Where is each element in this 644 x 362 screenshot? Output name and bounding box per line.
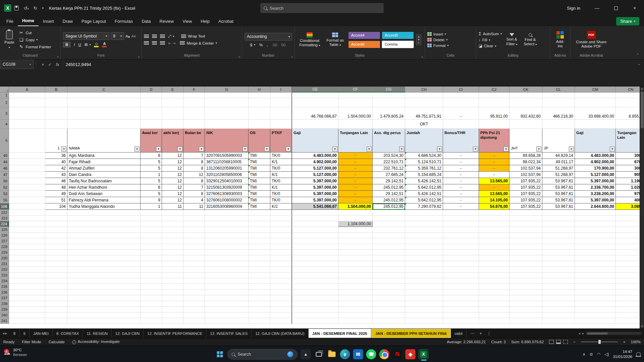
cell-C[interactable] (67, 227, 141, 233)
cell-CI52[interactable]: - (443, 184, 479, 191)
cell-I[interactable] (270, 301, 292, 307)
cell-B[interactable] (45, 255, 67, 261)
cell-CK[interactable] (509, 295, 542, 301)
cell-CI3[interactable]: - (443, 107, 479, 120)
cell-H44[interactable]: TMI (249, 159, 270, 165)
comma-style-icon[interactable]: , (267, 43, 268, 47)
italic-button[interactable]: I (74, 43, 75, 47)
cell-G[interactable] (205, 261, 249, 267)
filter-button-CE[interactable]: ▾ (332, 146, 337, 152)
menu-tab-file[interactable]: File (2, 17, 18, 26)
column-header-B[interactable]: B (45, 86, 67, 93)
cell-CE[interactable] (292, 290, 338, 295)
filter-button-CG[interactable]: ▾ (399, 146, 404, 152)
cell-CG40[interactable]: 203.524,30 (373, 153, 405, 159)
align-bottom-icon[interactable] (160, 35, 165, 38)
cell-CM[interactable] (575, 307, 616, 312)
cell-G[interactable] (205, 255, 249, 261)
cell-CJ[interactable] (479, 301, 509, 307)
cell-H[interactable] (249, 244, 270, 250)
cell-CE[interactable] (292, 284, 338, 290)
cell-CJ46[interactable]: - (479, 165, 509, 172)
cell-H[interactable] (249, 120, 270, 129)
align-top-icon[interactable] (144, 35, 149, 38)
format-as-table-button[interactable]: Format asTable ▾ (324, 32, 346, 48)
cell-B[interactable] (45, 238, 67, 244)
cell-A[interactable] (9, 261, 45, 267)
zoom-out-icon[interactable]: − (573, 340, 576, 344)
cell-CH46[interactable]: 5.359.761,12 (405, 165, 443, 172)
cell-C[interactable] (67, 261, 141, 267)
cell-CM[interactable] (575, 120, 616, 129)
cell-CJ[interactable] (479, 250, 509, 255)
cell-CG[interactable] (373, 98, 405, 107)
cell-CE108[interactable]: 5.541.066,67 (292, 203, 338, 210)
conditional-formatting-button[interactable]: ConditionalFormatting ▾ (297, 32, 322, 48)
wifi-icon[interactable]: ◠ (597, 352, 600, 357)
cell-CI[interactable] (443, 261, 479, 267)
cell-D[interactable] (141, 238, 162, 244)
cell-CK[interactable] (509, 244, 542, 250)
column-header-D[interactable]: D (141, 86, 162, 93)
font-name-select[interactable]: Segoe UI Symbol▾ (63, 32, 109, 40)
cell-CH40[interactable]: 4.686.524,30 (405, 153, 443, 159)
vertical-scrollbar[interactable]: ▲ ▼ (640, 86, 644, 328)
filter-button-CM[interactable]: ▾ (610, 146, 615, 152)
cell-CJ[interactable] (479, 227, 509, 233)
cell-G47[interactable]: 3201102805850006 (205, 172, 249, 178)
cell-A[interactable] (9, 98, 45, 107)
cell-I[interactable] (270, 295, 292, 301)
cell-CM[interactable] (575, 98, 616, 107)
cell-C[interactable] (67, 250, 141, 255)
cell-I[interactable] (270, 221, 292, 227)
cell-B[interactable] (45, 290, 67, 295)
fill-handle[interactable] (404, 208, 405, 210)
cell-C[interactable] (67, 295, 141, 301)
cell-I[interactable] (270, 216, 292, 221)
cell-D[interactable] (141, 301, 162, 307)
cell-D[interactable] (141, 98, 162, 107)
cell-C[interactable] (67, 216, 141, 221)
cell-CI55[interactable]: - (443, 197, 479, 203)
cell-G52[interactable]: 3215081303920009 (205, 184, 249, 191)
cell-I[interactable] (270, 107, 292, 120)
cell-CK40[interactable]: 89.658,28 (509, 153, 542, 159)
cell-CL[interactable] (542, 261, 575, 267)
cell-CM[interactable] (575, 261, 616, 267)
header-cell-CH[interactable]: Jumlah▾ (405, 129, 443, 153)
cell-E[interactable] (162, 261, 183, 267)
cell-CF[interactable] (338, 278, 373, 284)
select-all-corner[interactable] (0, 86, 9, 93)
cell-A[interactable] (9, 290, 45, 295)
cell-CE50[interactable]: 5.397.000,00 (292, 178, 338, 184)
cell-CJ[interactable] (479, 273, 509, 278)
row-header-44[interactable]: 44 (0, 159, 9, 165)
cell-CE[interactable] (292, 278, 338, 284)
row-header-55[interactable]: 55 (0, 197, 9, 203)
cell-F[interactable] (183, 210, 205, 216)
cell-CE40[interactable]: 4.483.000,00 (292, 153, 338, 159)
cell-B[interactable] (45, 244, 67, 250)
row-header-4[interactable]: 4 (0, 120, 9, 129)
cell-A[interactable] (9, 93, 45, 98)
cell-CG[interactable] (373, 210, 405, 216)
filter-button-H[interactable]: ▾ (264, 146, 269, 152)
cell-D55[interactable]: 9 (141, 197, 162, 203)
row-header-225[interactable]: 225 (0, 227, 9, 233)
formula-input[interactable]: 245012,9494 (63, 60, 644, 69)
cell-CK[interactable] (509, 221, 542, 227)
cell-F55[interactable]: 4 (183, 197, 205, 203)
delete-cells-button[interactable]: Delete▾ (427, 38, 447, 42)
sheet-tab-12-insentif-performance[interactable]: 12. INSENTIF PERFORMANCE (144, 329, 206, 338)
cell-CE44[interactable]: 4.902.000,00 (292, 159, 338, 165)
cell-CL[interactable] (542, 227, 575, 233)
cell-B[interactable] (45, 278, 67, 284)
cell-E[interactable] (162, 301, 183, 307)
cell-I[interactable] (270, 255, 292, 261)
sheet-tab-jan-mei[interactable]: JAN-MEI (30, 329, 53, 338)
cell-CE46[interactable]: 5.127.000,00 (292, 165, 338, 172)
cell-A[interactable] (9, 178, 45, 184)
row-header-239[interactable]: 239 (0, 307, 9, 312)
style-gallery-scrollbar[interactable]: ▲ ▼ ≡ (416, 34, 421, 45)
zoom-slider-thumb[interactable] (598, 340, 601, 344)
